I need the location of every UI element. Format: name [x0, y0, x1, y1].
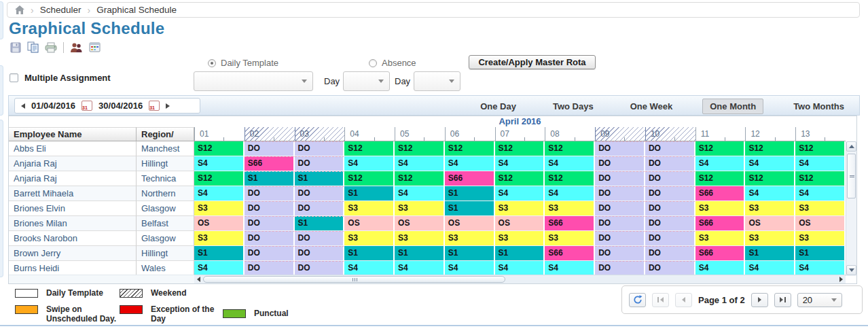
view-one-week[interactable]: One Week	[623, 99, 680, 114]
shift-cell-10[interactable]: DO	[645, 201, 695, 216]
shift-cell-02[interactable]: DO	[245, 231, 295, 246]
shift-cell-08[interactable]: S4	[545, 261, 595, 276]
shift-cell-12[interactable]: S4	[745, 261, 795, 276]
shift-cell-10[interactable]: DO	[645, 141, 695, 156]
daily-template-radio[interactable]	[208, 59, 216, 67]
shift-cell-04[interactable]: OS	[344, 216, 395, 231]
schedule-report-icon[interactable]	[89, 42, 101, 52]
shift-cell-05[interactable]: S1	[395, 246, 445, 261]
first-page-button[interactable]	[652, 293, 669, 307]
shift-cell-07[interactable]: S3	[495, 231, 545, 246]
shift-cell-01[interactable]: S4	[194, 186, 245, 201]
shift-cell-11[interactable]: S3	[695, 201, 746, 216]
shift-cell-06[interactable]: S1	[445, 186, 495, 201]
view-two-days[interactable]: Two Days	[546, 99, 600, 114]
shift-cell-05[interactable]: OS	[395, 216, 445, 231]
shift-cell-07[interactable]: S4	[495, 186, 545, 201]
shift-cell-09[interactable]: DO	[595, 261, 645, 276]
shift-cell-13[interactable]: S12	[795, 141, 846, 156]
shift-cell-10[interactable]: DO	[645, 156, 695, 171]
shift-cell-07[interactable]: S4	[495, 261, 545, 276]
next-period-arrow[interactable]	[166, 103, 170, 109]
shift-cell-11[interactable]: S3	[695, 231, 746, 246]
shift-cell-06[interactable]: S4	[445, 156, 495, 171]
shift-cell-13[interactable]: S3	[795, 231, 846, 246]
shift-cell-04[interactable]: S3	[344, 231, 395, 246]
shift-cell-10[interactable]: DO	[645, 261, 695, 276]
shift-cell-04[interactable]: S1	[344, 246, 395, 261]
shift-cell-06[interactable]: S1	[445, 201, 495, 216]
view-one-day[interactable]: One Day	[473, 99, 523, 114]
shift-cell-06[interactable]: OS	[445, 216, 495, 231]
shift-cell-10[interactable]: DO	[645, 246, 695, 261]
absence-radio[interactable]	[369, 59, 377, 67]
shift-cell-09[interactable]: DO	[595, 141, 645, 156]
print-icon[interactable]	[45, 42, 57, 53]
shift-cell-06[interactable]: S66	[445, 171, 495, 186]
shift-cell-03[interactable]: DO	[295, 246, 345, 261]
shift-cell-12[interactable]: S12	[745, 141, 795, 156]
shift-cell-08[interactable]: S3	[545, 201, 595, 216]
previous-page-button[interactable]	[675, 293, 692, 307]
shift-cell-12[interactable]: S1	[745, 246, 795, 261]
shift-cell-05[interactable]: S4	[395, 186, 445, 201]
shift-cell-11[interactable]: S4	[695, 261, 746, 276]
shift-cell-10[interactable]: DO	[645, 171, 695, 186]
shift-cell-07[interactable]: S1	[495, 246, 545, 261]
shift-cell-08[interactable]: S66	[545, 216, 595, 231]
shift-cell-01[interactable]: S3	[194, 201, 245, 216]
next-page-button[interactable]	[751, 293, 768, 307]
shift-cell-08[interactable]: S12	[545, 141, 595, 156]
horizontal-scrollbar-thumb[interactable]	[203, 276, 505, 283]
shift-cell-03[interactable]: DO	[295, 141, 345, 156]
shift-cell-13[interactable]: S1	[795, 246, 846, 261]
users-icon[interactable]	[70, 42, 83, 53]
shift-cell-13[interactable]: S3	[795, 201, 846, 216]
scroll-left-button[interactable]	[194, 275, 203, 283]
shift-cell-05[interactable]: S3	[395, 231, 445, 246]
shift-cell-09[interactable]: DO	[595, 156, 645, 171]
shift-cell-08[interactable]: S4	[545, 186, 595, 201]
shift-cell-03[interactable]: DO	[295, 186, 345, 201]
shift-cell-06[interactable]: S3	[445, 231, 495, 246]
shift-cell-02[interactable]: DO	[245, 246, 295, 261]
shift-cell-07[interactable]: S4	[495, 156, 545, 171]
collapsed-panel-tab[interactable]	[0, 65, 3, 116]
shift-cell-13[interactable]: S4	[795, 186, 846, 201]
scroll-down-button[interactable]	[846, 265, 856, 275]
home-icon[interactable]	[15, 5, 24, 14]
shift-cell-12[interactable]: S3	[745, 231, 795, 246]
shift-cell-06[interactable]: S1	[445, 246, 495, 261]
shift-cell-10[interactable]: DO	[645, 186, 695, 201]
scroll-up-button[interactable]	[846, 141, 856, 152]
shift-cell-11[interactable]: S12	[695, 141, 746, 156]
shift-cell-07[interactable]: S12	[495, 141, 545, 156]
shift-cell-02[interactable]: DO	[245, 186, 295, 201]
last-page-button[interactable]	[774, 293, 791, 307]
shift-cell-07[interactable]: S3	[495, 201, 545, 216]
shift-cell-07[interactable]: S12	[495, 171, 545, 186]
shift-cell-08[interactable]: S12	[545, 171, 595, 186]
shift-cell-11[interactable]: S66	[695, 216, 746, 231]
shift-cell-08[interactable]: S66	[545, 246, 595, 261]
shift-cell-04[interactable]: S1	[344, 186, 395, 201]
shift-cell-02[interactable]: DO	[245, 201, 295, 216]
shift-cell-01[interactable]: S4	[194, 261, 245, 276]
shift-cell-06[interactable]: S4	[445, 261, 495, 276]
shift-cell-05[interactable]: S3	[395, 201, 445, 216]
shift-cell-09[interactable]: DO	[595, 231, 645, 246]
shift-cell-04[interactable]: S3	[344, 201, 395, 216]
shift-cell-01[interactable]: S1	[194, 246, 245, 261]
shift-cell-07[interactable]: OS	[495, 216, 545, 231]
copy-icon[interactable]	[27, 41, 39, 53]
shift-cell-03[interactable]: S1	[295, 171, 345, 186]
shift-cell-13[interactable]: S12	[795, 171, 846, 186]
shift-cell-02[interactable]: DO	[245, 261, 295, 276]
shift-cell-04[interactable]: S4	[344, 156, 395, 171]
shift-cell-10[interactable]: DO	[645, 216, 695, 231]
shift-cell-08[interactable]: S4	[545, 156, 595, 171]
shift-cell-13[interactable]: S4	[795, 261, 846, 276]
vertical-scrollbar[interactable]	[846, 141, 856, 276]
shift-cell-13[interactable]: S4	[795, 156, 846, 171]
shift-cell-12[interactable]: S3	[745, 201, 795, 216]
